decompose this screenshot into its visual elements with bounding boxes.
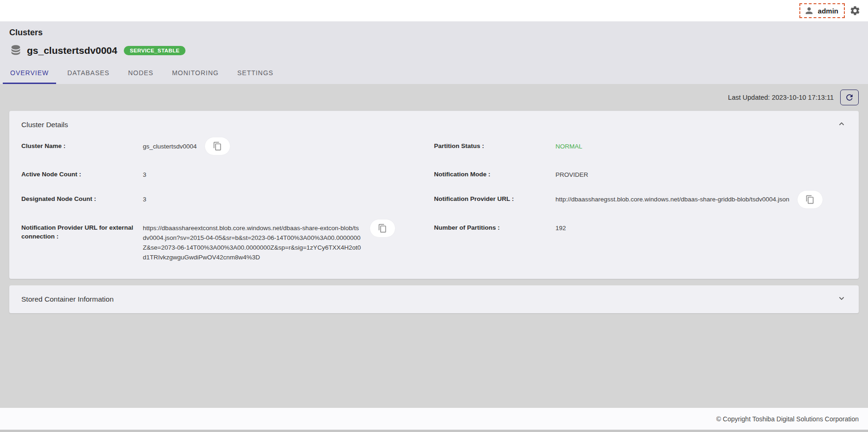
field-label: Active Node Count : (21, 170, 143, 179)
updated-row: Last Updated: 2023-10-10 17:13:11 (9, 84, 859, 111)
field-label: Notification Provider URL : (434, 194, 555, 203)
stored-container-card: Stored Container Information (9, 285, 859, 313)
cluster-details-card: Cluster Details Cluster Name : gs_cluste… (9, 111, 859, 279)
partition-status-value: NORMAL (555, 142, 582, 151)
cluster-title-row: gs_clustertsdv0004 SERVICE_STABLE (9, 44, 868, 57)
person-icon (804, 6, 814, 16)
field-designated-node-count: Designated Node Count : 3 (21, 194, 434, 208)
database-icon (9, 44, 22, 57)
cluster-details-fields: Cluster Name : gs_clustertsdv0004 Partit… (9, 139, 859, 279)
tab-overview[interactable]: OVERVIEW (3, 63, 56, 84)
field-label: Cluster Name : (21, 142, 143, 150)
tab-nodes[interactable]: NODES (121, 63, 161, 84)
designated-node-count-value: 3 (143, 194, 147, 204)
field-label: Notification Provider URL for external c… (21, 223, 143, 241)
last-updated-label: Last Updated: 2023-10-10 17:13:11 (728, 94, 834, 101)
gear-icon (849, 5, 861, 16)
field-partition-status: Partition Status : NORMAL (434, 142, 847, 155)
external-provider-url-value: https://dbaasshareextconst.blob.core.win… (143, 223, 362, 262)
tab-databases[interactable]: DATABASES (60, 63, 117, 84)
page-header: Clusters gs_clustertsdv0004 SERVICE_STAB… (0, 21, 868, 84)
number-of-partitions-value: 192 (555, 223, 566, 233)
status-badge: SERVICE_STABLE (124, 46, 185, 55)
page-footer: © Copyright Toshiba Digital Solutions Co… (0, 408, 868, 430)
field-label: Number of Partitions : (434, 223, 555, 232)
cluster-name-value: gs_clustertsdv0004 (143, 142, 197, 151)
notification-mode-value: PROVIDER (555, 170, 588, 180)
notification-provider-url-value: http://dbaassharegsst.blob.core.windows.… (555, 194, 789, 204)
field-number-of-partitions: Number of Partitions : 192 (434, 223, 847, 262)
stored-container-header[interactable]: Stored Container Information (9, 285, 859, 313)
field-cluster-name: Cluster Name : gs_clustertsdv0004 (21, 142, 434, 155)
stored-container-title: Stored Container Information (21, 295, 114, 303)
expand-chevron-down-icon[interactable] (836, 293, 847, 305)
tab-monitoring[interactable]: MONITORING (165, 63, 226, 84)
field-external-provider-url: Notification Provider URL for external c… (21, 223, 434, 262)
cluster-details-header[interactable]: Cluster Details (9, 111, 859, 139)
refresh-button[interactable] (840, 90, 859, 105)
active-node-count-value: 3 (143, 170, 147, 180)
settings-gear-button[interactable] (849, 4, 862, 17)
copy-icon (378, 224, 387, 233)
field-active-node-count: Active Node Count : 3 (21, 170, 434, 180)
username-label: admin (818, 7, 838, 15)
copyright-text: © Copyright Toshiba Digital Solutions Co… (716, 415, 859, 423)
copy-cluster-name-button[interactable] (205, 137, 230, 155)
copy-external-url-button[interactable] (370, 219, 395, 237)
top-bar: admin (0, 0, 868, 21)
copy-icon (805, 195, 815, 204)
cluster-details-title: Cluster Details (21, 121, 68, 129)
field-notification-mode: Notification Mode : PROVIDER (434, 170, 847, 180)
refresh-icon (845, 93, 854, 102)
collapse-chevron-up-icon[interactable] (836, 119, 847, 131)
horizontal-scrollbar[interactable] (0, 430, 868, 432)
field-label: Notification Mode : (434, 170, 555, 179)
copy-provider-url-button[interactable] (798, 191, 823, 208)
field-label: Designated Node Count : (21, 194, 143, 203)
tab-settings[interactable]: SETTINGS (230, 63, 281, 84)
cluster-name-heading: gs_clustertsdv0004 (27, 45, 117, 56)
page-title: Clusters (9, 28, 868, 38)
tab-bar: OVERVIEW DATABASES NODES MONITORING SETT… (0, 63, 868, 84)
field-notification-provider-url: Notification Provider URL : http://dbaas… (434, 194, 847, 208)
copy-icon (213, 142, 222, 151)
user-menu-button[interactable]: admin (799, 3, 845, 18)
field-label: Partition Status : (434, 142, 555, 150)
main-content: Last Updated: 2023-10-10 17:13:11 Cluste… (0, 84, 868, 408)
